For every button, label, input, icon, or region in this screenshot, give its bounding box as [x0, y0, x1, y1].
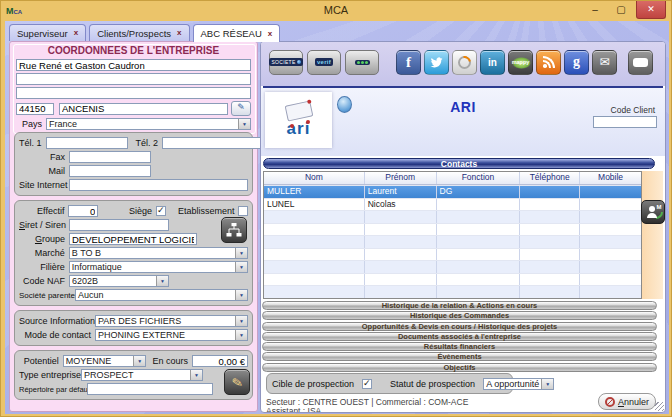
org-chart-button[interactable]: [221, 217, 247, 243]
tab-label: ABC RÉSEAU: [201, 28, 262, 39]
table-row[interactable]: [264, 223, 641, 236]
tab-close-icon[interactable]: x: [268, 30, 272, 38]
accordion-section[interactable]: Documents associés à l'entreprise: [262, 332, 657, 341]
add-contact-button[interactable]: M: [641, 200, 665, 224]
table-row[interactable]: MULLERLaurentDG: [264, 185, 641, 198]
country-select[interactable]: France ▼: [46, 118, 251, 130]
mappy-icon: mappy: [512, 59, 530, 65]
type-entreprise-select[interactable]: PROSPECT ▼: [81, 369, 203, 381]
accordion-section[interactable]: Historique de la relation & Actions en c…: [262, 301, 657, 310]
person-m-icon: M: [647, 206, 660, 218]
accordion-section[interactable]: Objectifs: [262, 363, 657, 372]
column-header-fonction[interactable]: Fonction: [437, 172, 521, 184]
table-cell: [520, 236, 580, 248]
table-cell: [520, 224, 580, 236]
marche-select[interactable]: B TO B ▼: [69, 247, 248, 259]
contacts-section-header[interactable]: Contacts: [263, 158, 655, 169]
manageo-button[interactable]: [345, 50, 379, 75]
accordion-section[interactable]: Résultats financiers: [262, 342, 657, 351]
resize-grip[interactable]: [655, 402, 664, 411]
minimize-button[interactable]: –: [583, 1, 607, 19]
tab-close-icon[interactable]: x: [177, 29, 181, 37]
facebook-icon: f: [406, 54, 411, 71]
fax-label: Fax: [19, 152, 65, 162]
table-cell: [365, 261, 437, 273]
accordion-section[interactable]: Opportunités & Devis en cours / Historiq…: [262, 322, 657, 331]
table-row[interactable]: LUNELNicolas: [264, 198, 641, 211]
google-button[interactable]: g: [564, 50, 589, 75]
table-row[interactable]: [264, 285, 641, 298]
mappy-button[interactable]: mappy: [508, 50, 533, 75]
address-line1-input[interactable]: [16, 59, 251, 71]
address-line3-input[interactable]: [16, 87, 251, 99]
column-header-mobile[interactable]: Mobile: [580, 172, 641, 184]
country-label: Pays: [16, 119, 42, 129]
notes-button[interactable]: ✎: [224, 369, 250, 395]
code-naf-select[interactable]: 6202B ▼: [69, 275, 169, 287]
accordion-section[interactable]: Évènements: [262, 352, 657, 361]
societe-com-button[interactable]: SOCIETE: [269, 50, 303, 75]
societe-parente-select[interactable]: Aucun ▼: [75, 289, 248, 301]
twitter-button[interactable]: [424, 50, 449, 75]
table-row[interactable]: [264, 248, 641, 261]
locate-city-button[interactable]: ✎: [231, 101, 251, 116]
mode-contact-select[interactable]: PHONING EXTERNE ▼: [95, 329, 248, 341]
statut-prospection-select[interactable]: A opportunité ▼: [483, 378, 554, 390]
tel1-input[interactable]: [46, 137, 128, 149]
city-input[interactable]: [59, 103, 228, 115]
table-cell: [520, 286, 580, 298]
annuler-button[interactable]: Annuler: [598, 393, 656, 410]
table-cell: [580, 261, 641, 273]
verif-com-button[interactable]: verif: [307, 50, 341, 75]
accordion-section[interactable]: Historique des Commandes: [262, 311, 657, 320]
fax-input[interactable]: [69, 151, 151, 163]
siret-input[interactable]: [69, 219, 169, 231]
cible-prospection-checkbox[interactable]: [362, 379, 372, 389]
siege-checkbox[interactable]: [156, 206, 166, 216]
repertoire-label: Répertoire par défaut: [19, 385, 83, 394]
viadeo-button[interactable]: [452, 50, 477, 75]
en-cours-input[interactable]: [192, 355, 248, 367]
tab-superviseur[interactable]: Superviseurx: [9, 24, 86, 41]
code-client-label: Code Client: [611, 105, 655, 115]
chat-button[interactable]: [628, 50, 653, 75]
contacts-table-body: MULLERLaurentDGLUNELNicolas: [264, 185, 641, 298]
tab-abc-reseau[interactable]: ABC RÉSEAUx: [193, 24, 281, 42]
code-client-input[interactable]: [593, 116, 657, 128]
effectif-input[interactable]: [68, 205, 98, 217]
groupe-input[interactable]: [69, 233, 197, 245]
divider-line: [263, 86, 663, 88]
table-row[interactable]: [264, 210, 641, 223]
address-line2-input[interactable]: [16, 73, 251, 85]
potentiel-select[interactable]: MOYENNE ▼: [63, 355, 146, 367]
maximize-button[interactable]: ▢: [609, 1, 633, 19]
linkedin-button[interactable]: in: [480, 50, 505, 75]
facebook-button[interactable]: f: [396, 50, 421, 75]
table-row[interactable]: [264, 235, 641, 248]
table-cell: [580, 236, 641, 248]
mail-input[interactable]: [69, 165, 151, 177]
rss-button[interactable]: [536, 50, 561, 75]
filiere-select[interactable]: Informatique ▼: [69, 261, 248, 273]
close-button[interactable]: ✕: [636, 1, 666, 19]
site-input[interactable]: [69, 179, 248, 191]
tab-label: Superviseur: [17, 28, 68, 39]
marche-label: Marché: [19, 248, 65, 258]
table-cell: [264, 236, 365, 248]
chevron-down-icon: ▼: [156, 276, 168, 286]
tab-clients-prospects[interactable]: Clients/Prospectsx: [89, 24, 189, 41]
table-row[interactable]: [264, 273, 641, 286]
mail-compose-button[interactable]: ✉: [592, 50, 617, 75]
etablissement-checkbox[interactable]: [238, 206, 248, 216]
chevron-down-icon: ▼: [235, 262, 247, 272]
source-select[interactable]: PAR DES FICHIERS ▼: [95, 315, 248, 327]
column-header-nom[interactable]: Nom: [264, 172, 365, 184]
table-row[interactable]: [264, 260, 641, 273]
status-line-assistant: Assistant : ISA: [266, 406, 321, 413]
postal-code-input[interactable]: [16, 103, 54, 115]
source-label: Source Information: [19, 316, 91, 326]
column-header-telephone[interactable]: Téléphone: [520, 172, 580, 184]
tab-close-icon[interactable]: x: [74, 29, 78, 37]
repertoire-input[interactable]: [87, 383, 213, 395]
column-header-prenom[interactable]: Prénom: [365, 172, 437, 184]
